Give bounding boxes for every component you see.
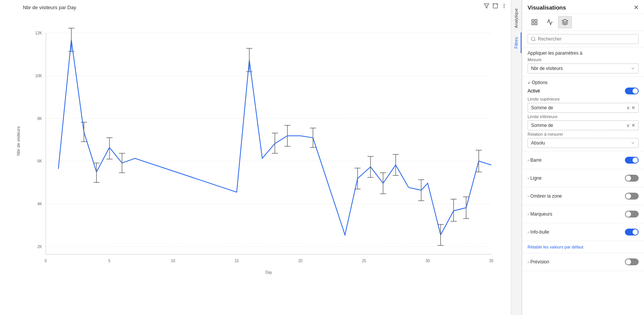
limite-sup-value: Somme de <box>531 105 553 110</box>
relation-label: Relation à mesurer <box>528 132 639 136</box>
limite-inf-dropdown[interactable]: Somme de ∨ ✕ <box>528 120 639 130</box>
ligne-toggle[interactable] <box>625 175 639 182</box>
info-bulle-text: Info-bulle <box>530 229 549 235</box>
info-bulle-label: › Info-bulle <box>528 229 549 235</box>
limite-sup-actions: ∨ ✕ <box>626 105 635 110</box>
prevision-section: › Prévision <box>522 253 644 271</box>
svg-text:20: 20 <box>298 259 302 263</box>
barre-label: › Barre <box>528 158 542 163</box>
marqueurs-section: › Marqueurs <box>522 205 644 223</box>
search-input[interactable] <box>528 34 639 44</box>
prevision-chevron: › <box>528 260 529 264</box>
info-bulle-expand-row[interactable]: › Info-bulle <box>528 226 639 238</box>
marqueurs-label: › Marqueurs <box>528 211 552 217</box>
sidebar-tab-analytique[interactable]: Analytique <box>512 4 521 32</box>
svg-text:35: 35 <box>489 259 493 263</box>
active-toggle[interactable] <box>625 88 639 94</box>
chevron-down-icon-inf[interactable]: ∨ <box>626 123 630 128</box>
svg-text:12K: 12K <box>35 31 42 35</box>
expand-icon[interactable] <box>492 3 498 10</box>
options-expand-label[interactable]: ∨ Options <box>528 80 547 85</box>
chevron-down-icon[interactable]: ∨ <box>626 105 630 110</box>
sidebar-tab-filtres[interactable]: Filtres <box>512 32 521 53</box>
active-row: Activé <box>528 88 639 94</box>
filter-icon[interactable] <box>484 3 489 10</box>
svg-text:10: 10 <box>171 259 175 263</box>
barre-expand-row[interactable]: › Barre <box>528 154 639 166</box>
svg-rect-1 <box>493 4 497 8</box>
panel-title: Visualisations <box>528 4 566 11</box>
active-label: Activé <box>528 88 540 94</box>
prevision-expand-row[interactable]: › Prévision <box>528 256 639 268</box>
svg-text:25: 25 <box>362 259 366 263</box>
close-icon-sup[interactable]: ✕ <box>631 105 635 110</box>
chart-toolbar[interactable] <box>484 3 507 10</box>
ombrer-expand-row[interactable]: › Ombrer la zone <box>528 190 639 202</box>
barre-chevron: › <box>528 158 529 162</box>
info-bulle-chevron: › <box>528 230 529 234</box>
svg-point-4 <box>504 7 504 8</box>
right-panel: Visualisations ✕ Appliquer les paramètre… <box>522 0 644 315</box>
svg-rect-84 <box>532 23 534 25</box>
info-bulle-toggle[interactable] <box>625 229 639 235</box>
relation-dropdown[interactable]: Absolu <box>528 138 639 148</box>
barre-toggle[interactable] <box>625 157 639 164</box>
ligne-expand-row[interactable]: › Ligne <box>528 172 639 184</box>
svg-text:8K: 8K <box>37 116 42 120</box>
chart-area: Nbr de visiteurs par Day Nbr de visiteur… <box>0 0 511 315</box>
more-icon[interactable] <box>501 3 507 10</box>
limite-sup-dropdown[interactable]: Somme de ∨ ✕ <box>528 103 639 113</box>
search-row <box>522 31 644 47</box>
prevision-label: › Prévision <box>528 259 549 265</box>
apply-params-section: Appliquer les paramètres à Mesure Nbr de… <box>522 47 644 77</box>
options-header: ∨ Options <box>528 80 639 85</box>
svg-rect-82 <box>532 19 534 21</box>
marqueurs-chevron: › <box>528 212 529 216</box>
ombrer-section: › Ombrer la zone <box>522 187 644 205</box>
panel-close-button[interactable]: ✕ <box>634 4 639 11</box>
svg-text:5: 5 <box>108 259 111 263</box>
field-tab-button[interactable] <box>543 16 557 28</box>
limite-inf-label: Limite inférieure <box>528 114 639 119</box>
svg-text:15: 15 <box>235 259 239 263</box>
options-section: ∨ Options Activé Limite supérieure Somme… <box>522 77 644 151</box>
panel-header: Visualisations ✕ <box>522 0 644 14</box>
ligne-section: › Ligne <box>522 169 644 187</box>
close-icon-inf[interactable]: ✕ <box>631 123 635 128</box>
limite-inf-actions: ∨ ✕ <box>626 123 635 128</box>
limite-inf-value: Somme de <box>531 123 553 128</box>
panel-icon-row <box>522 14 644 31</box>
svg-text:2K: 2K <box>37 245 42 249</box>
prevision-text: Prévision <box>530 259 549 265</box>
svg-text:6K: 6K <box>37 159 42 163</box>
ombrer-toggle[interactable] <box>625 193 639 200</box>
marqueurs-text: Marqueurs <box>530 211 552 217</box>
y-axis-label: Nbr de visiteurs <box>16 127 21 156</box>
analytics-tab-button[interactable] <box>528 16 541 28</box>
marqueurs-expand-row[interactable]: › Marqueurs <box>528 208 639 220</box>
reset-link[interactable]: Rétablir les valeurs par défaut <box>528 245 583 249</box>
apply-params-text: Appliquer les paramètres à <box>528 50 639 56</box>
svg-rect-85 <box>535 23 537 25</box>
prevision-toggle[interactable] <box>625 258 639 265</box>
svg-point-3 <box>504 6 504 6</box>
svg-text:10K: 10K <box>35 74 42 78</box>
ombrer-label: › Ombrer la zone <box>528 193 562 199</box>
barre-text: Barre <box>530 158 541 163</box>
limite-sup-label: Limite supérieure <box>528 97 639 101</box>
ombrer-chevron: › <box>528 194 529 198</box>
chart-container: Nbr de visiteurs 12K 10K 8K 6K 4K 2K 0 5… <box>23 13 503 293</box>
svg-text:30: 30 <box>426 259 430 263</box>
marqueurs-toggle[interactable] <box>625 211 639 218</box>
measure-dropdown[interactable]: Nbr de visiteurs <box>528 63 639 73</box>
svg-text:Day: Day <box>265 270 273 274</box>
svg-text:0: 0 <box>45 259 47 263</box>
svg-rect-83 <box>535 19 537 21</box>
chart-title: Nbr de visiteurs par Day <box>23 5 503 10</box>
svg-point-2 <box>504 4 504 5</box>
format-tab-button[interactable] <box>558 16 572 28</box>
ligne-label: › Ligne <box>528 175 542 181</box>
reset-section: Rétablir les valeurs par défaut <box>522 241 644 253</box>
barre-section: › Barre <box>522 151 644 169</box>
ombrer-text: Ombrer la zone <box>530 193 562 199</box>
